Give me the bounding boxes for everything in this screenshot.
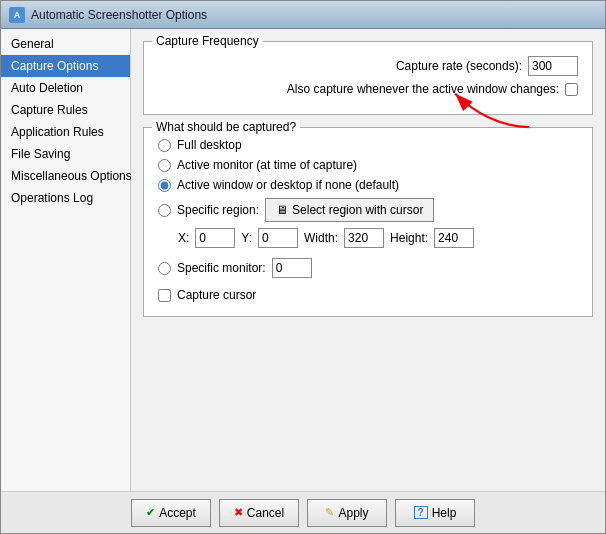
capture-frequency-label: Capture Frequency [152, 34, 263, 48]
select-region-btn-label: Select region with cursor [292, 203, 423, 217]
cancel-label: Cancel [247, 506, 284, 520]
window-title: Automatic Screenshotter Options [31, 8, 207, 22]
active-window-changes-row: Also capture whenever the active window … [158, 82, 578, 96]
select-region-button[interactable]: 🖥 Select region with cursor [265, 198, 434, 222]
sidebar-item-operations-log[interactable]: Operations Log [1, 187, 130, 209]
main-content: General Capture Options Auto Deletion Ca… [1, 29, 605, 491]
x-label: X: [178, 231, 189, 245]
cancel-icon: ✖ [234, 506, 243, 519]
help-icon: ? [414, 506, 428, 519]
coords-row: X: Y: Width: Height: [158, 228, 578, 248]
sidebar-item-general[interactable]: General [1, 33, 130, 55]
specific-region-row: Specific region: 🖥 Select region with cu… [158, 198, 578, 222]
height-label: Height: [390, 231, 428, 245]
capture-frequency-group: Capture Frequency Capture rate (seconds)… [143, 41, 593, 115]
accept-button[interactable]: ✔ Accept [131, 499, 211, 527]
radio-active-window-label: Active window or desktop if none (defaul… [177, 178, 399, 192]
height-input[interactable] [434, 228, 474, 248]
radio-active-window[interactable] [158, 179, 171, 192]
accept-label: Accept [159, 506, 196, 520]
sidebar: General Capture Options Auto Deletion Ca… [1, 29, 131, 491]
accept-icon: ✔ [146, 506, 155, 519]
capture-cursor-row: Capture cursor [158, 288, 578, 302]
capture-cursor-label: Capture cursor [177, 288, 256, 302]
app-icon: A [9, 7, 25, 23]
capture-rate-row: Capture rate (seconds): [158, 56, 578, 76]
apply-label: Apply [338, 506, 368, 520]
capture-rate-input[interactable] [528, 56, 578, 76]
radio-active-monitor[interactable] [158, 159, 171, 172]
sidebar-item-miscellaneous-options[interactable]: Miscellaneous Options [1, 165, 130, 187]
radio-full-desktop-row: Full desktop [158, 138, 578, 152]
radio-active-monitor-label: Active monitor (at time of capture) [177, 158, 357, 172]
cancel-button[interactable]: ✖ Cancel [219, 499, 299, 527]
y-input[interactable] [258, 228, 298, 248]
what-captured-group: What should be captured? Full desktop Ac… [143, 127, 593, 317]
radio-specific-region-label: Specific region: [177, 203, 259, 217]
help-button[interactable]: ? Help [395, 499, 475, 527]
what-captured-label: What should be captured? [152, 120, 300, 134]
capture-rate-label: Capture rate (seconds): [396, 59, 522, 73]
active-window-checkbox[interactable] [565, 83, 578, 96]
x-input[interactable] [195, 228, 235, 248]
specific-monitor-row: Specific monitor: [158, 258, 578, 278]
width-label: Width: [304, 231, 338, 245]
apply-button[interactable]: ✎ Apply [307, 499, 387, 527]
radio-specific-monitor[interactable] [158, 262, 171, 275]
radio-full-desktop-label: Full desktop [177, 138, 242, 152]
sidebar-item-capture-rules[interactable]: Capture Rules [1, 99, 130, 121]
sidebar-item-application-rules[interactable]: Application Rules [1, 121, 130, 143]
y-label: Y: [241, 231, 252, 245]
footer: ✔ Accept ✖ Cancel ✎ Apply ? Help [1, 491, 605, 533]
title-bar: A Automatic Screenshotter Options [1, 1, 605, 29]
sidebar-item-auto-deletion[interactable]: Auto Deletion [1, 77, 130, 99]
apply-icon: ✎ [325, 506, 334, 519]
specific-monitor-input[interactable] [272, 258, 312, 278]
width-input[interactable] [344, 228, 384, 248]
specific-monitor-label: Specific monitor: [177, 261, 266, 275]
capture-cursor-checkbox[interactable] [158, 289, 171, 302]
content-area: Capture Frequency Capture rate (seconds)… [131, 29, 605, 491]
help-label: Help [432, 506, 457, 520]
capture-frequency-content: Capture rate (seconds): Also capture whe… [158, 56, 578, 96]
radio-active-monitor-row: Active monitor (at time of capture) [158, 158, 578, 172]
active-window-label: Also capture whenever the active window … [287, 82, 559, 96]
radio-active-window-row: Active window or desktop if none (defaul… [158, 178, 578, 192]
monitor-icon: 🖥 [276, 203, 288, 217]
sidebar-item-capture-options[interactable]: Capture Options [1, 55, 130, 77]
main-window: A Automatic Screenshotter Options Genera… [0, 0, 606, 534]
sidebar-item-file-saving[interactable]: File Saving [1, 143, 130, 165]
radio-specific-region[interactable] [158, 204, 171, 217]
radio-full-desktop[interactable] [158, 139, 171, 152]
